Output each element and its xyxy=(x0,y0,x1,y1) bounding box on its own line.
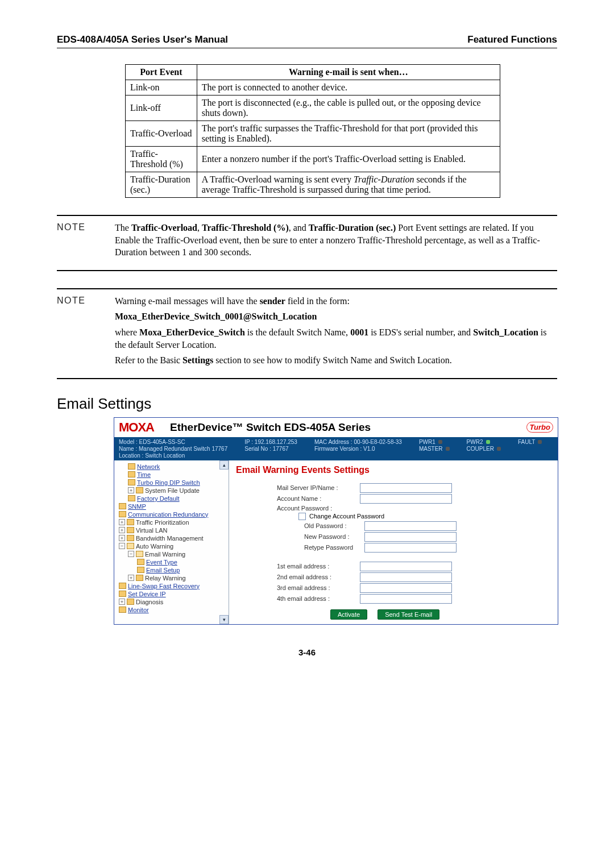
folder-open-icon xyxy=(127,543,134,549)
input-retype-password[interactable] xyxy=(364,543,457,553)
tree-item-comm-redundancy[interactable]: Communication Redundancy xyxy=(117,510,227,518)
label-email-4: 4th email address : xyxy=(277,595,356,602)
tree-item-snmp[interactable]: SNMP xyxy=(117,502,227,510)
folder-icon xyxy=(119,591,126,597)
folder-open-icon xyxy=(136,551,143,557)
expand-icon[interactable]: + xyxy=(119,519,125,525)
label-account-name: Account Name : xyxy=(277,495,356,502)
expand-icon[interactable]: + xyxy=(128,575,134,581)
tree-item-network[interactable]: Network xyxy=(117,463,227,471)
folder-icon xyxy=(128,495,135,501)
page-header: EDS-408A/405A Series User's Manual Featu… xyxy=(57,34,557,48)
embedded-screenshot: MOXA EtherDevice™ Switch EDS-405A Series… xyxy=(114,417,558,625)
scroll-down-button[interactable]: ▾ xyxy=(219,615,229,624)
port-event-table: Port Event Warning e-mail is sent when… … xyxy=(125,64,500,198)
status-bar: Model : EDS-405A-SS-SC Name : Managed Re… xyxy=(114,437,558,460)
table-row: Traffic-Overload The port's traffic surp… xyxy=(126,121,500,147)
cell-event: Traffic-Duration (sec.) xyxy=(126,172,197,198)
expand-icon[interactable]: + xyxy=(119,535,125,541)
label-mail-server: Mail Server IP/Name : xyxy=(277,484,356,491)
input-email-4[interactable] xyxy=(360,594,452,604)
input-email-3[interactable] xyxy=(360,583,452,593)
folder-icon xyxy=(137,559,144,565)
table-row: Traffic-Threshold (%) Enter a nonzero nu… xyxy=(126,147,500,172)
tree-item-diagnosis[interactable]: +Diagnosis xyxy=(117,598,227,606)
folder-icon xyxy=(128,471,135,477)
folder-icon xyxy=(136,575,143,581)
coupler-led-icon xyxy=(497,447,501,451)
cell-desc: The port is connected to another device. xyxy=(197,80,500,95)
cell-event: Link-off xyxy=(126,95,197,121)
folder-icon xyxy=(119,511,126,517)
input-old-password[interactable] xyxy=(364,521,457,531)
input-new-password[interactable] xyxy=(364,532,457,542)
expand-icon[interactable]: + xyxy=(119,527,125,533)
collapse-icon[interactable]: − xyxy=(128,551,134,557)
folder-icon xyxy=(127,519,134,525)
tree-item-email-warning[interactable]: −Email Warning xyxy=(117,550,227,558)
folder-icon xyxy=(128,463,135,470)
scroll-up-button[interactable]: ▴ xyxy=(219,460,229,470)
tree-item-set-device-ip[interactable]: Set Device IP xyxy=(117,590,227,598)
cell-desc: Enter a nonzero number if the port's Tra… xyxy=(197,147,500,172)
label-account-password: Account Password : xyxy=(277,505,356,512)
tree-item-auto-warning[interactable]: −Auto Warning xyxy=(117,542,227,550)
pwr1-led-icon xyxy=(438,440,442,444)
folder-icon xyxy=(127,599,134,605)
label-email-1: 1st email address : xyxy=(277,563,356,570)
activate-button[interactable]: Activate xyxy=(330,609,367,620)
input-email-2[interactable] xyxy=(360,572,452,582)
tree-item-virtual-lan[interactable]: +Virtual LAN xyxy=(117,526,227,534)
input-mail-server[interactable] xyxy=(360,483,452,493)
note-label: NOTE xyxy=(57,295,101,370)
checkbox-change-password[interactable] xyxy=(298,513,306,520)
cell-event: Link-on xyxy=(126,80,197,95)
folder-icon xyxy=(119,607,126,613)
cell-desc: The port is disconnected (e.g., the cabl… xyxy=(197,95,500,121)
header-left: EDS-408A/405A Series User's Manual xyxy=(57,34,228,45)
cell-event: Traffic-Threshold (%) xyxy=(126,147,197,172)
tree-item-monitor[interactable]: Monitor xyxy=(117,606,227,614)
nav-tree: ▴ Network Time Turbo Ring DIP Switch +Sy… xyxy=(114,460,229,624)
tree-item-bandwidth-management[interactable]: +Bandwidth Management xyxy=(117,534,227,542)
tree-item-turbo-ring-dip[interactable]: Turbo Ring DIP Switch xyxy=(117,479,227,487)
cell-desc: The port's traffic surpasses the Traffic… xyxy=(197,121,500,147)
label-change-password: Change Account Password xyxy=(309,513,384,520)
col-warning: Warning e-mail is sent when… xyxy=(197,65,500,80)
expand-icon[interactable]: + xyxy=(128,487,134,493)
tree-item-email-setup[interactable]: Email Setup xyxy=(117,566,227,574)
table-row: Link-off The port is disconnected (e.g.,… xyxy=(126,95,500,121)
tree-item-traffic-prioritization[interactable]: +Traffic Prioritization xyxy=(117,518,227,526)
send-test-email-button[interactable]: Send Test E-mail xyxy=(377,609,439,620)
note-label: NOTE xyxy=(57,222,101,262)
screenshot-titlebar: MOXA EtherDevice™ Switch EDS-405A Series… xyxy=(114,418,558,437)
input-account-name[interactable] xyxy=(360,494,452,504)
form-title: Email Warning Events Settings xyxy=(236,465,551,475)
tree-item-line-swap-fast-recovery[interactable]: Line-Swap Fast Recovery xyxy=(117,582,227,590)
fault-led-icon xyxy=(538,440,542,444)
tree-item-system-file-update[interactable]: +System File Update xyxy=(117,487,227,495)
label-email-3: 3rd email address : xyxy=(277,584,356,591)
input-email-1[interactable] xyxy=(360,562,452,571)
tree-item-time[interactable]: Time xyxy=(117,471,227,479)
cell-event: Traffic-Overload xyxy=(126,121,197,147)
page-number: 3-46 xyxy=(57,647,557,657)
tree-item-factory-default[interactable]: Factory Default xyxy=(117,495,227,502)
folder-icon xyxy=(127,527,134,533)
expand-icon[interactable]: + xyxy=(119,599,125,605)
collapse-icon[interactable]: − xyxy=(119,543,125,549)
folder-icon xyxy=(119,503,126,509)
note-body: The Traffic-Overload, Traffic-Threshold … xyxy=(115,222,557,262)
folder-icon xyxy=(119,583,126,589)
table-row: Traffic-Duration (sec.) A Traffic-Overlo… xyxy=(126,172,500,198)
folder-icon xyxy=(127,535,134,541)
folder-icon xyxy=(136,487,143,493)
tree-item-event-type[interactable]: Event Type xyxy=(117,558,227,566)
label-old-password: Old Password : xyxy=(304,522,361,529)
pwr2-led-icon xyxy=(486,440,490,444)
folder-icon xyxy=(137,567,144,573)
tree-item-relay-warning[interactable]: +Relay Warning xyxy=(117,574,227,582)
col-port-event: Port Event xyxy=(126,65,197,80)
label-email-2: 2nd email address : xyxy=(277,574,356,580)
folder-icon xyxy=(128,479,135,485)
